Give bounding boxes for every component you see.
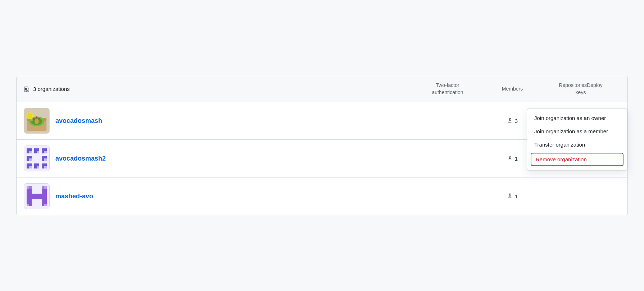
svg-rect-26 [44,151,47,153]
svg-rect-35 [27,194,47,199]
table-header: 3 organizations Two-factor authenticatio… [17,76,627,102]
avatar [24,183,50,209]
header-repositories-deploy: RepositoriesDeploy keys [541,82,620,96]
org-name-avocadosmash[interactable]: avocadosmash [55,117,102,125]
svg-rect-24 [29,151,32,153]
organizations-table: 3 organizations Two-factor authenticatio… [16,76,628,215]
avatar-image-avocadosmash [24,108,49,134]
person-icon [507,118,513,124]
org-name-mashed-avo[interactable]: mashed-avo [55,193,93,200]
svg-rect-38 [42,186,44,189]
svg-rect-25 [37,151,39,153]
svg-rect-18 [34,156,37,158]
building-icon [24,86,30,92]
svg-rect-19 [37,156,39,158]
avatar-image-avocadosmash2 [24,146,49,171]
svg-rect-29 [29,166,32,168]
remove-org-item[interactable]: Remove organization [531,153,623,166]
table-row: mashed-avo 1 [17,177,627,215]
join-member-item[interactable]: Join organization as a member [527,125,627,138]
svg-point-12 [31,119,33,121]
svg-point-11 [36,116,37,118]
svg-rect-30 [37,166,39,168]
join-owner-item[interactable]: Join organization as an owner [527,111,627,125]
svg-rect-31 [44,166,47,168]
svg-point-10 [38,118,40,120]
avatar [24,108,50,134]
org-info-avocadosmash: avocadosmash [24,108,412,134]
members-cell-mashed-avo: 1 [484,193,541,199]
svg-rect-39 [44,186,47,189]
svg-rect-28 [44,158,47,161]
header-members: Members [484,86,541,93]
header-two-factor: Two-factor authentication [412,82,484,96]
person-icon [507,193,513,199]
svg-rect-40 [27,204,29,206]
avatar [24,146,50,171]
org-info-mashed-avo: mashed-avo [24,183,412,209]
svg-rect-36 [27,186,29,189]
actions-cell-avocadosmash: 17 ··· Join organization as an owner Joi… [541,115,620,126]
svg-rect-27 [29,158,32,161]
svg-point-8 [27,113,33,119]
dropdown-menu: Join organization as an owner Join organ… [527,108,627,171]
svg-rect-37 [29,186,32,189]
org-info-avocadosmash2: avocadosmash2 [24,146,412,171]
header-org-count: 3 organizations [24,86,412,92]
org-name-avocadosmash2[interactable]: avocadosmash2 [55,155,106,162]
transfer-org-item[interactable]: Transfer organization [527,138,627,151]
svg-point-6 [35,119,39,124]
avatar-image-mashed-avo [24,184,49,209]
person-icon [507,156,513,161]
table-row: avocadosmash 3 17 ··· J [17,102,627,140]
svg-rect-41 [44,204,47,206]
